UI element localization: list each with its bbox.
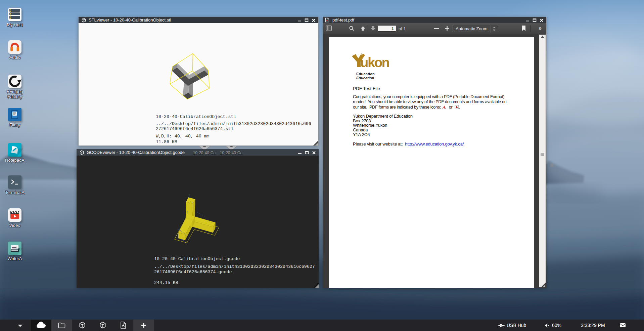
svg-text:ukon: ukon bbox=[360, 55, 389, 70]
